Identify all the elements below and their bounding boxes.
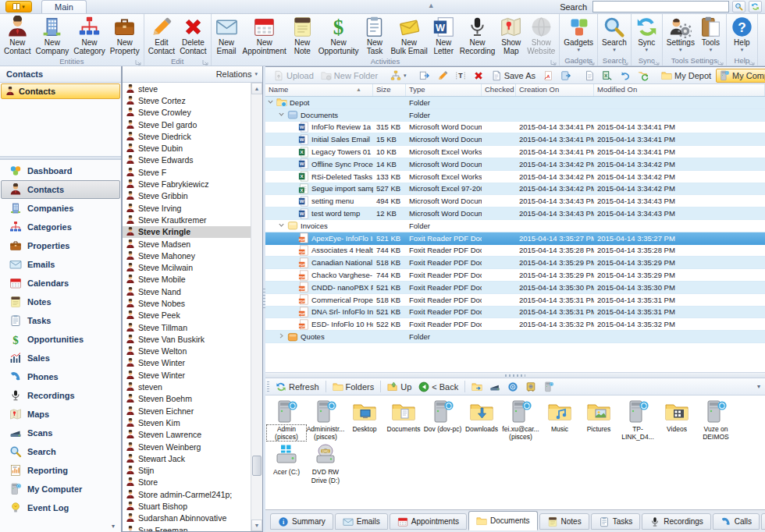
file-row-chacko-varghese-infoflo-i[interactable]: PDFChacko Varghese- InfoFlo I... 744 KB …	[265, 269, 765, 282]
ribbon-button-search[interactable]: Search▾	[600, 15, 629, 52]
ribbon-button-new-task[interactable]: NewTask	[361, 15, 388, 57]
ribbon-button-new-category[interactable]: NewCategory	[71, 15, 108, 57]
column-header-creation-on[interactable]: Creation On	[516, 84, 594, 96]
tab-emails[interactable]: Emails	[335, 513, 388, 530]
file-row-invoices[interactable]: Invoices Folder	[265, 220, 765, 232]
explorer-folders-button[interactable]: Folders	[330, 381, 377, 393]
search-go-button[interactable]	[732, 1, 745, 12]
contact-row-steve-edwards[interactable]: Steve Edwards	[123, 154, 251, 166]
contact-row-steve-irving[interactable]: Steve Irving	[123, 202, 251, 214]
contact-row-steve-mobile[interactable]: Steve Mobile	[123, 274, 251, 286]
ribbon-button-new-bulk-email[interactable]: NewBulk Email	[388, 15, 429, 57]
explorer-scanner-button[interactable]	[487, 381, 503, 393]
sidebar-item-contacts[interactable]: Contacts	[1, 180, 120, 199]
tab-summary[interactable]: iSummary	[270, 513, 333, 530]
ribbon-button-new-company[interactable]: NewCompany	[33, 15, 71, 57]
explorer-item-videos[interactable]: Videos	[657, 399, 696, 441]
dialog-launcher-icon[interactable]	[653, 58, 660, 64]
save-as-button[interactable]: Save As	[489, 69, 538, 82]
contact-row-stewart-jack[interactable]: Stewart Jack	[123, 452, 251, 464]
my-computer-button[interactable]: My Computer	[716, 69, 765, 83]
sidebar-item-tasks[interactable]: Tasks	[1, 311, 120, 330]
sidebar-item-companies[interactable]: Companies	[1, 199, 120, 218]
contact-row-store-admin-carmel241p[interactable]: Store admin-Carmel241p;	[123, 488, 251, 500]
contact-row-steve-fabrykiewicz[interactable]: Steve Fabrykiewicz	[123, 178, 251, 190]
contact-row-steven-lawrence[interactable]: Steven Lawrence	[123, 429, 251, 441]
contact-row-steve-winter[interactable]: Steve Winter	[123, 357, 251, 369]
sidebar-item-notes[interactable]: Notes	[1, 293, 120, 311]
contact-row-steve-kringle[interactable]: Steve Kringle	[123, 226, 251, 238]
dialog-launcher-icon[interactable]	[622, 58, 628, 64]
edit-button[interactable]	[435, 69, 450, 82]
contact-row-steve-mcilwain[interactable]: Steve Mcilwain	[123, 261, 251, 273]
contact-row-stuart-bishop[interactable]: Stuart Bishop	[123, 500, 251, 512]
ribbon-button-gadgets[interactable]: Gadgets▾	[561, 15, 596, 52]
tab-tasks[interactable]: Tasks	[591, 513, 641, 530]
explorer-up-button[interactable]: Up	[385, 381, 414, 393]
contact-row-steve-mahoney[interactable]: Steve Mahoney	[123, 250, 251, 261]
sidebar-item-search[interactable]: Search	[1, 442, 120, 461]
explorer-item-acer-c[interactable]: Acer (C:)	[267, 442, 306, 484]
explorer-item-vuze-on-deimos[interactable]: Vuze on DEIMOS	[696, 399, 735, 441]
tab-opportunities[interactable]: $Opportunities	[761, 513, 765, 530]
explorer-item-fei-xu-car-pisces[interactable]: fei.xu@car... (pisces)	[501, 399, 540, 441]
contact-row-steven[interactable]: steven	[123, 381, 251, 392]
contact-row-sudarshan-abinnovative[interactable]: Sudarshan Abinnovative	[123, 512, 251, 524]
contact-row-steve-crowley[interactable]: Steve Crowley	[123, 107, 251, 119]
sidebar-item-reporting[interactable]: Reporting	[1, 461, 120, 480]
contact-row-steven-weinberg[interactable]: Steven Weinberg	[123, 441, 251, 452]
file-row-documents[interactable]: Documents Folder	[265, 109, 765, 122]
contact-row-steven-kim[interactable]: Steven Kim	[123, 417, 251, 428]
ribbon-button-new-appointment[interactable]: NewAppointment	[240, 15, 289, 57]
sidebar-item-sales[interactable]: Sales	[1, 349, 120, 367]
file-row-setting-menu[interactable]: Wsetting menu 494 KB Microsoft Word Docu…	[265, 195, 765, 207]
explorer-item-admininistr-pisces[interactable]: Admininistr... (pisces)	[306, 399, 345, 441]
file-row-initial-sales-email[interactable]: WInitial Sales Email 15 KB Microsoft Wor…	[265, 133, 765, 146]
contact-row-steve-krautkremer[interactable]: Steve Krautkremer	[123, 214, 251, 225]
sidebar-item-maps[interactable]: Maps	[1, 405, 120, 424]
explorer-item-admin-pisces[interactable]: Admin (pisces)	[267, 399, 306, 441]
refresh-search-button[interactable]	[749, 1, 762, 12]
ribbon-button-edit-contact[interactable]: EditContact	[146, 15, 177, 57]
ribbon-button-new-contact[interactable]: NewContact	[2, 15, 33, 57]
explorer-item-downloads[interactable]: Downloads	[462, 399, 501, 441]
ribbon-button-show-map[interactable]: ShowMap	[497, 15, 525, 57]
expand-open-icon[interactable]	[278, 111, 285, 119]
explorer-computer-button[interactable]	[541, 381, 557, 393]
ribbon-button-new-letter[interactable]: WNewLetter	[430, 15, 457, 57]
ribbon-button-tools[interactable]: Tools▾	[697, 15, 724, 52]
column-header-size[interactable]: Size	[373, 84, 406, 96]
contact-row-steve-tillman[interactable]: Steve Tillman	[123, 321, 251, 333]
sidebar-item-scans[interactable]: Scans	[1, 424, 120, 442]
sidebar-item-phones[interactable]: Phones	[1, 367, 120, 386]
file-row-canadian-national-diamond[interactable]: PDFCanadian National Diamond ... 518 KB …	[265, 257, 765, 269]
search-input[interactable]	[592, 1, 729, 12]
explorer-item-music[interactable]: Music	[540, 399, 579, 441]
sync-folder-button[interactable]	[635, 69, 651, 82]
ribbon-button-new-email[interactable]: NewEmail	[213, 15, 240, 57]
sidebar-item-opportunities[interactable]: $Opportunities	[1, 330, 120, 349]
column-header-type[interactable]: Type	[406, 84, 482, 96]
panel-splitter[interactable]	[263, 66, 265, 532]
contact-row-sue-freeman[interactable]: Sue Freeman	[123, 524, 251, 531]
contact-row-steve-van-buskirk[interactable]: Steve Van Buskirk	[123, 333, 251, 345]
file-row-quotes[interactable]: Quotes Folder	[265, 331, 765, 343]
toolbar-overflow-icon[interactable]: ▾	[757, 383, 762, 390]
dialog-launcher-icon[interactable]	[550, 58, 557, 64]
contact-row-steve-diedrick[interactable]: Steve Diedrick	[123, 130, 251, 142]
contact-row-steve-welton[interactable]: Steve Welton	[123, 346, 251, 357]
dialog-launcher-icon[interactable]	[717, 58, 724, 64]
contact-row-steve-madsen[interactable]: Steve Madsen	[123, 238, 251, 250]
expand-open-icon[interactable]	[267, 98, 274, 107]
scrollbar-thumb[interactable]	[252, 456, 262, 476]
contact-scrollbar[interactable]: ▲ ▼	[251, 83, 262, 531]
file-row-associates-4-healthcare-in[interactable]: PDFAssociates 4 Healthcare- In... 744 KB…	[265, 245, 765, 257]
tab-appointments[interactable]: Appointments	[390, 513, 467, 530]
dialog-launcher-icon[interactable]	[135, 58, 141, 64]
application-menu-button[interactable]: ▾	[5, 1, 32, 12]
explorer-item-documents[interactable]: Documents	[384, 399, 423, 441]
ribbon-button-sync[interactable]: Sync▾	[633, 15, 660, 52]
export-excel-button[interactable]: X	[600, 69, 615, 82]
sidebar-item-recordings[interactable]: Recordings	[1, 386, 120, 405]
contact-row-steve-dubin[interactable]: Steve Dubin	[123, 142, 251, 154]
